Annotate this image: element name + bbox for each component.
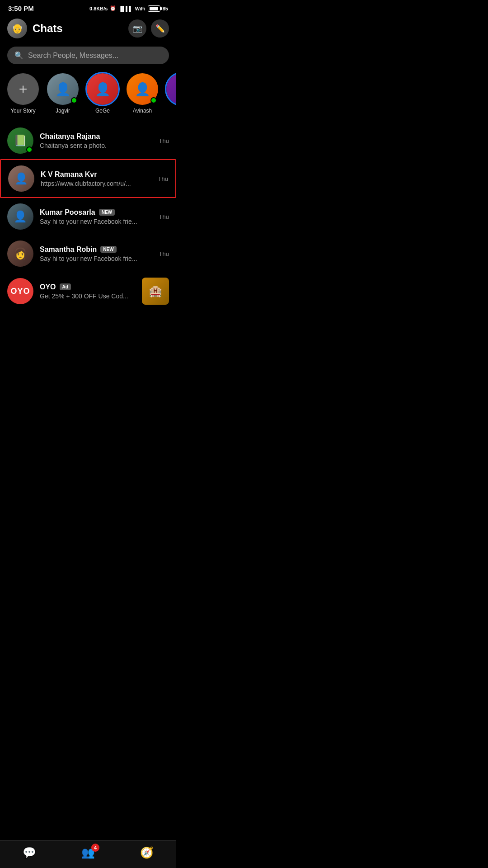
edit-icon: ✏️	[155, 24, 165, 33]
chat-time-samantha: Thu	[159, 250, 169, 257]
story-ring-gege	[85, 72, 120, 106]
nav-item-people[interactable]: 👥 4	[81, 846, 95, 859]
story-name-your-story: Your Story	[10, 108, 36, 114]
network-speed: 0.8KB/s	[89, 6, 108, 11]
chat-avatar-samantha: 👩	[7, 241, 33, 267]
alarm-icon: ⏰	[110, 5, 116, 11]
compose-button[interactable]: ✏️	[151, 19, 169, 38]
story-item-your-story[interactable]: + Your Story	[7, 73, 39, 114]
signal-icon: ▐▌▌▌	[118, 6, 132, 11]
chat-name-chaitanya: Chaitanya Rajana	[40, 132, 100, 141]
chat-avatar-kumar: 👤	[7, 203, 33, 230]
story-avatar-wrapper-your-story: +	[7, 73, 39, 105]
search-icon: 🔍	[14, 51, 23, 60]
battery-percent: 85	[163, 6, 168, 11]
chat-preview-kumar: Say hi to your new Facebook frie...	[40, 218, 153, 225]
chat-name-row-samantha: Samantha Robin NEW	[40, 245, 153, 254]
chat-time-kvramana: Thu	[158, 175, 168, 182]
story-avatar-wrapper-nave: 👤	[166, 73, 176, 105]
chat-preview-samantha: Say hi to your new Facebook frie...	[40, 255, 153, 262]
chat-preview-chaitanya: Chaitanya sent a photo.	[40, 142, 153, 149]
chat-avatar-wrap-chaitanya: 📗	[7, 127, 33, 154]
chat-avatar-wrap-kvramana: 👤	[8, 165, 34, 192]
discover-nav-icon: 🧭	[140, 846, 154, 859]
nav-item-chats[interactable]: 💬	[23, 846, 36, 859]
chat-avatar-wrap-oyo: OYO	[7, 278, 33, 304]
header-actions: 📷 ✏️	[128, 19, 169, 38]
chat-list: 📗 Chaitanya Rajana Chaitanya sent a phot…	[0, 122, 176, 346]
chat-avatar-kvramana: 👤	[8, 165, 34, 192]
story-name-nave: Nave	[176, 108, 176, 114]
camera-button[interactable]: 📷	[128, 19, 146, 38]
chat-avatar-wrap-samantha: 👩	[7, 241, 33, 267]
bottom-nav: 💬 👥 4 🧭	[0, 840, 176, 868]
chat-name-kumar: Kumar Poosarla	[40, 208, 95, 217]
chat-item-samantha[interactable]: 👩 Samantha Robin NEW Say hi to your new …	[0, 235, 176, 272]
chat-item-chaitanya[interactable]: 📗 Chaitanya Rajana Chaitanya sent a phot…	[0, 122, 176, 159]
chat-name-samantha: Samantha Robin	[40, 245, 97, 254]
header: 👴 Chats 📷 ✏️	[0, 15, 176, 45]
chat-preview-oyo: Get 25% + 300 OFF Use Cod...	[40, 292, 136, 300]
story-name-avinash: Avinash	[133, 108, 152, 114]
user-avatar[interactable]: 👴	[7, 19, 27, 38]
chat-preview-kvramana: https://www.clubfactory.com/u/...	[41, 180, 152, 187]
chat-name-row-kvramana: K V Ramana Kvr	[41, 170, 152, 179]
battery-icon	[148, 5, 160, 12]
status-time: 3:50 PM	[8, 5, 34, 12]
chat-name-row-oyo: OYO Ad	[40, 283, 136, 291]
search-input[interactable]: Search People, Messages...	[28, 52, 118, 60]
story-name-gege: GeGe	[95, 108, 110, 114]
oyo-avatar: OYO	[7, 278, 33, 304]
online-dot-chaitanya	[26, 146, 33, 153]
online-dot-jagvir	[71, 97, 77, 104]
story-avatar-wrapper-jagvir: 👤	[47, 73, 79, 105]
chat-name-kvramana: K V Ramana Kvr	[41, 170, 97, 179]
wifi-icon: WiFi	[135, 6, 145, 11]
badge-new-samantha: NEW	[100, 246, 116, 253]
chat-info-oyo: OYO Ad Get 25% + 300 OFF Use Cod...	[40, 283, 136, 300]
chat-item-kumar[interactable]: 👤 Kumar Poosarla NEW Say hi to your new …	[0, 198, 176, 235]
oyo-logo-text: OYO	[10, 287, 30, 296]
nav-item-discover[interactable]: 🧭	[140, 846, 154, 859]
badge-new-kumar: NEW	[99, 209, 115, 216]
chat-time-kumar: Thu	[159, 213, 169, 220]
chats-nav-icon: 💬	[23, 846, 36, 859]
stories-row: + Your Story 👤 Jagvir 👤 GeGe 👤 Avinash 👤…	[0, 71, 176, 122]
search-bar[interactable]: 🔍 Search People, Messages...	[7, 47, 169, 64]
story-avatar-wrapper-avinash: 👤	[127, 73, 158, 105]
online-dot-avinash	[150, 97, 157, 104]
story-avatar-wrapper-gege: 👤	[87, 73, 118, 105]
badge-ad-oyo: Ad	[60, 283, 71, 290]
chat-info-samantha: Samantha Robin NEW Say hi to your new Fa…	[40, 245, 153, 262]
chat-name-oyo: OYO	[40, 283, 56, 291]
story-item-avinash[interactable]: 👤 Avinash	[127, 73, 158, 114]
story-item-nave[interactable]: 👤 Nave	[166, 73, 176, 114]
search-container: 🔍 Search People, Messages...	[0, 45, 176, 71]
chat-time-chaitanya: Thu	[159, 137, 169, 144]
story-name-jagvir: Jagvir	[56, 108, 70, 114]
status-bar: 3:50 PM 0.8KB/s ⏰ ▐▌▌▌ WiFi 85	[0, 0, 176, 15]
your-story-avatar: +	[7, 73, 39, 105]
chat-name-row-chaitanya: Chaitanya Rajana	[40, 132, 153, 141]
chat-item-kvramana[interactable]: 👤 K V Ramana Kvr https://www.clubfactory…	[0, 159, 176, 198]
chat-avatar-wrap-kumar: 👤	[7, 203, 33, 230]
chat-info-chaitanya: Chaitanya Rajana Chaitanya sent a photo.	[40, 132, 153, 149]
ad-image-oyo: 🏨	[142, 278, 169, 305]
chat-name-row-kumar: Kumar Poosarla NEW	[40, 208, 153, 217]
chat-info-kvramana: K V Ramana Kvr https://www.clubfactory.c…	[41, 170, 152, 187]
story-item-jagvir[interactable]: 👤 Jagvir	[47, 73, 79, 114]
status-right: 0.8KB/s ⏰ ▐▌▌▌ WiFi 85	[89, 5, 168, 12]
chat-info-kumar: Kumar Poosarla NEW Say hi to your new Fa…	[40, 208, 153, 225]
people-badge: 4	[91, 844, 99, 852]
chat-item-oyo[interactable]: OYO OYO Ad Get 25% + 300 OFF Use Cod... …	[0, 272, 176, 310]
story-ring-nave	[165, 72, 176, 106]
story-item-gege[interactable]: 👤 GeGe	[87, 73, 118, 114]
camera-icon: 📷	[133, 24, 142, 33]
page-title: Chats	[33, 22, 123, 35]
